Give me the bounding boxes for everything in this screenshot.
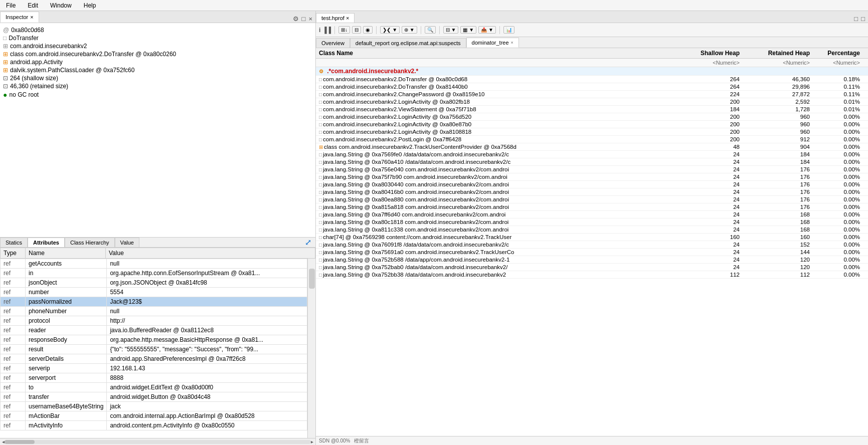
toolbar-btn2[interactable]: ⊟ bbox=[352, 26, 361, 34]
left-bottom-scrollbar[interactable]: ◂ ▸ bbox=[0, 438, 315, 445]
right-panel: test.hprof × □ □ i ▐▐ ⊞↓ ⊟ ◉ ❯❮ ▼ ⊛ ▼ 🔍 … bbox=[316, 11, 868, 445]
table-row[interactable]: ref serverport 8888 bbox=[1, 373, 307, 383]
right-maximize-icon[interactable]: □ bbox=[861, 15, 865, 23]
heap-row[interactable]: □java.lang.String @ 0xa80416b0 com.andro… bbox=[316, 188, 868, 196]
heap-row[interactable]: □java.lang.String @ 0xa7569fe0 /data/dat… bbox=[316, 151, 868, 158]
heap-row[interactable]: □java.lang.String @ 0xa815a818 com.andro… bbox=[316, 203, 868, 211]
heap-row[interactable]: □java.lang.String @ 0xa760a410 /data/dat… bbox=[316, 158, 868, 166]
right-minimize-icon[interactable]: □ bbox=[854, 15, 858, 23]
left-h-scroll-thumb bbox=[5, 440, 35, 444]
toolbar-info-icon[interactable]: i bbox=[319, 27, 320, 34]
inspector-tab[interactable]: Inspector × bbox=[0, 12, 39, 23]
dominator-tab-close[interactable]: × bbox=[511, 40, 513, 45]
heap-row[interactable]: □char[74] @ 0xa7569298 content://com.and… bbox=[316, 234, 868, 241]
heap-row[interactable]: □java.lang.String @ 0xa80ea880 com.andro… bbox=[316, 196, 868, 203]
heap-row[interactable]: □java.lang.String @ 0xa752bb38 /data/dat… bbox=[316, 271, 868, 279]
heap-row[interactable]: □java.lang.String @ 0xa8030440 com.andro… bbox=[316, 181, 868, 188]
table-row[interactable]: ref responseBody org.apache.http.message… bbox=[1, 335, 307, 345]
attributes-table-scroll[interactable]: ref getAccounts null ref in org.apache.h… bbox=[0, 259, 307, 438]
table-row[interactable]: ref reader java.io.BufferedReader @ 0xa8… bbox=[1, 326, 307, 335]
heap-row[interactable]: □java.lang.String @ 0xa756e040 com.andro… bbox=[316, 166, 868, 173]
menu-edit[interactable]: Edit bbox=[26, 1, 40, 10]
heap-row-class: □java.lang.String @ 0xa7569fe0 /data/dat… bbox=[319, 151, 674, 157]
table-row[interactable]: ref protocol http:// bbox=[1, 316, 307, 326]
inspector-tab-close[interactable]: × bbox=[30, 14, 33, 20]
menu-file[interactable]: File bbox=[4, 1, 18, 10]
hprof-tab-close[interactable]: × bbox=[346, 15, 349, 21]
heap-row[interactable]: □java.lang.String @ 0xa7ff6d40 com.andro… bbox=[316, 211, 868, 218]
toolbar-chart-bar-btn[interactable]: 📊 bbox=[503, 26, 514, 34]
heap-row[interactable]: □java.lang.String @ 0xa75f7b90 com.andro… bbox=[316, 173, 868, 181]
toolbar-btn6[interactable]: ⊟ ▼ bbox=[443, 26, 459, 34]
toolbar-btn3[interactable]: ◉ bbox=[363, 26, 373, 34]
left-scroll-right-icon[interactable]: ▸ bbox=[311, 439, 313, 444]
hprof-tab[interactable]: test.hprof × bbox=[316, 13, 355, 23]
page-icon: □ bbox=[319, 99, 322, 105]
heap-row[interactable]: □java.lang.String @ 0xa76091f8 /data/dat… bbox=[316, 241, 868, 249]
table-row[interactable]: ref mActionBar com.android.internal.app.… bbox=[1, 411, 307, 421]
heap-row[interactable]: □java.lang.String @ 0xa811c338 com.andro… bbox=[316, 226, 868, 234]
left-minimize-icon[interactable]: ⚙ bbox=[293, 15, 299, 23]
toolbar-btn4[interactable]: ❯❮ ▼ bbox=[380, 26, 400, 34]
table-row[interactable]: ref mActivityInfo android.content.pm.Act… bbox=[1, 421, 307, 430]
toolbar-btn5[interactable]: ⊛ ▼ bbox=[402, 26, 417, 34]
heap-row-shallow: 48 bbox=[674, 144, 745, 150]
heap-row-pct: 0.00% bbox=[815, 227, 865, 233]
heap-row[interactable]: □com.android.insecurebankv2.DoTransfer @… bbox=[316, 76, 868, 83]
table-row[interactable]: ref getAccounts null bbox=[1, 259, 307, 269]
heap-row[interactable]: □com.android.insecurebankv2.LoginActivit… bbox=[316, 98, 868, 106]
toolbar-search-btn[interactable]: 🔍 bbox=[425, 26, 436, 34]
table-row[interactable]: ref transfer android.widget.Button @ 0xa… bbox=[1, 392, 307, 402]
table-row[interactable]: ref serverip 192.168.1.43 bbox=[1, 364, 307, 373]
menu-window[interactable]: Window bbox=[48, 1, 74, 10]
heap-table-container: Class Name Shallow Heap Retained Heap Pe… bbox=[316, 48, 868, 436]
toolbar-btn8[interactable]: 📤 ▼ bbox=[478, 26, 496, 34]
table-row[interactable]: ref to android.widget.EditText @ 0xa80d0… bbox=[1, 383, 307, 392]
heap-highlighted-row[interactable]: ⚙ .*com.android.insecurebankv2.* bbox=[316, 67, 868, 76]
table-row[interactable]: ref passNormalized Jack@123$ bbox=[1, 297, 307, 307]
heap-row[interactable]: □com.android.insecurebankv2.LoginActivit… bbox=[316, 113, 868, 121]
heap-row[interactable]: □com.android.insecurebankv2.ChangePasswo… bbox=[316, 91, 868, 98]
tab-value[interactable]: Value bbox=[115, 238, 139, 247]
toolbar-btn7[interactable]: ▦ ▼ bbox=[460, 26, 476, 34]
heap-row[interactable]: □java.lang.String @ 0xa752b588 /data/app… bbox=[316, 256, 868, 264]
status-text: SDN @0.00% bbox=[319, 438, 350, 443]
heap-row-class: □java.lang.String @ 0xa7ff6d40 com.andro… bbox=[319, 211, 674, 217]
table-row[interactable]: ref jsonObject org.json.JSONObject @ 0xa… bbox=[1, 278, 307, 288]
heap-row-shallow: 24 bbox=[674, 264, 745, 270]
heap-row[interactable]: □com.android.insecurebankv2.LoginActivit… bbox=[316, 121, 868, 128]
tab-statics[interactable]: Statics bbox=[0, 238, 28, 247]
left-close-icon[interactable]: × bbox=[308, 15, 312, 23]
expand-table-icon[interactable]: ⤢ bbox=[301, 238, 315, 247]
heap-row[interactable]: ⊞class com.android.insecurebankv2.TrackU… bbox=[316, 143, 868, 151]
left-scrollbar[interactable] bbox=[307, 259, 315, 438]
heap-row[interactable]: □java.lang.String @ 0xa75691a0 com.andro… bbox=[316, 249, 868, 256]
menu-help[interactable]: Help bbox=[82, 1, 98, 10]
table-row[interactable]: ref usernameBase64ByteString jack bbox=[1, 402, 307, 411]
heap-row[interactable]: □com.android.insecurebankv2.LoginActivit… bbox=[316, 128, 868, 136]
left-restore-icon[interactable]: □ bbox=[302, 15, 306, 23]
toolbar-chart-icon[interactable]: ▐▐ bbox=[322, 27, 331, 34]
heap-row[interactable]: □com.android.insecurebankv2.PostLogin @ … bbox=[316, 136, 868, 143]
left-h-scroll-track[interactable] bbox=[5, 440, 311, 444]
toolbar-div4 bbox=[439, 26, 440, 34]
heap-row[interactable]: □com.android.insecurebankv2.ViewStatemen… bbox=[316, 106, 868, 113]
tab-attributes[interactable]: Attributes bbox=[28, 238, 65, 247]
status-page: 橙留言 bbox=[354, 437, 369, 444]
toolbar-btn1[interactable]: ⊞↓ bbox=[338, 26, 350, 34]
sub-tab-overview[interactable]: Overview bbox=[316, 38, 350, 48]
tab-class-hierarchy[interactable]: Class Hierarchy bbox=[65, 238, 115, 247]
page-icon: □ bbox=[319, 189, 322, 195]
table-row[interactable]: ref number 5554 bbox=[1, 288, 307, 297]
table-row[interactable]: ref serverDetails android.app.SharedPref… bbox=[1, 354, 307, 364]
table-row[interactable]: ref result {"to": "555555555", "message"… bbox=[1, 345, 307, 354]
heap-row[interactable]: □java.lang.String @ 0xa80c1818 com.andro… bbox=[316, 218, 868, 226]
heap-row[interactable]: □com.android.insecurebankv2.DoTransfer @… bbox=[316, 83, 868, 91]
inspector-info: @ 0xa80c0d68 □ DoTransfer ⊞ com.android.… bbox=[0, 23, 315, 237]
table-row[interactable]: ref phoneNumber null bbox=[1, 307, 307, 316]
heap-row[interactable]: □java.lang.String @ 0xa752bab0 /data/dat… bbox=[316, 264, 868, 271]
sub-tab-suspects[interactable]: default_report org.eclipse.mat.api:suspe… bbox=[350, 38, 466, 48]
sub-tab-dominator[interactable]: dominator_tree × bbox=[466, 38, 519, 48]
table-row[interactable]: ref in org.apache.http.conn.EofSensorInp… bbox=[1, 269, 307, 278]
heap-table-scroll[interactable]: □com.android.insecurebankv2.DoTransfer @… bbox=[316, 76, 868, 436]
